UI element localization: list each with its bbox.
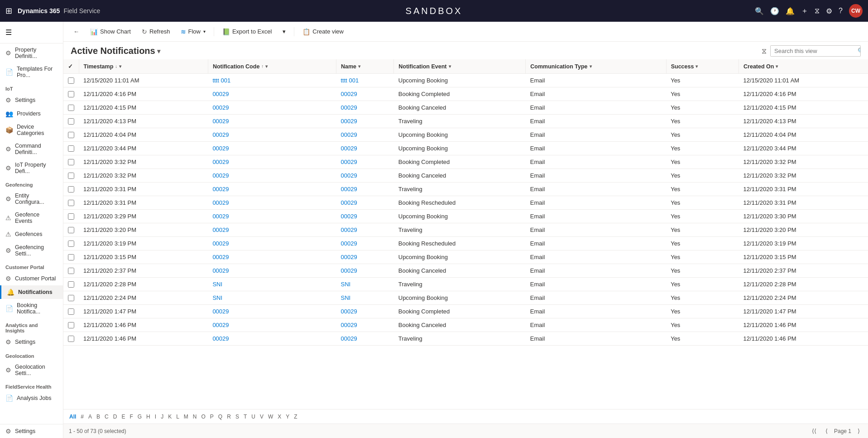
sidebar-item-notifications[interactable]: 🔔 Notifications xyxy=(0,285,63,299)
notification-code-link[interactable]: 00029 xyxy=(212,131,229,138)
notification-code-link[interactable]: 00029 xyxy=(212,91,229,97)
row-checkbox[interactable] xyxy=(68,118,74,125)
created-on-filter-icon[interactable]: ▾ xyxy=(776,64,778,69)
notification-code-filter-icon[interactable]: ▾ xyxy=(265,64,268,69)
alpha-char[interactable]: V xyxy=(258,409,266,424)
alpha-char[interactable]: D xyxy=(111,409,120,424)
notification-code-link[interactable]: 00029 xyxy=(212,226,229,233)
alpha-char[interactable]: G xyxy=(135,409,144,424)
topbar-search-icon[interactable]: 🔍 xyxy=(755,7,764,15)
notification-event-filter-icon[interactable]: ▾ xyxy=(449,64,451,69)
row-checkbox[interactable] xyxy=(68,159,74,165)
alpha-char[interactable]: All xyxy=(67,409,78,424)
user-avatar[interactable]: CW xyxy=(849,4,863,18)
topbar-help-icon[interactable]: ? xyxy=(839,7,843,15)
view-title-chevron-icon[interactable]: ▾ xyxy=(157,48,160,55)
notification-code-link[interactable]: 00029 xyxy=(212,104,229,111)
topbar-filter-icon[interactable]: ⧖ xyxy=(815,7,820,15)
sidebar-item[interactable]: ⚙ Property Definiti... xyxy=(0,43,63,63)
name-link[interactable]: tttt 001 xyxy=(340,77,359,84)
notification-code-link[interactable]: 00029 xyxy=(212,335,229,342)
alpha-char[interactable]: X xyxy=(275,409,283,424)
sidebar-item-geofencing-settings[interactable]: ⚙ Geofencing Setti... xyxy=(0,241,63,260)
notification-code-link[interactable]: 00029 xyxy=(212,213,229,220)
name-link[interactable]: 00029 xyxy=(340,131,357,138)
row-checkbox[interactable] xyxy=(68,77,74,84)
row-checkbox[interactable] xyxy=(68,322,74,328)
notification-code-link[interactable]: 00029 xyxy=(212,186,229,193)
alpha-char[interactable]: A xyxy=(86,409,94,424)
success-column[interactable]: Success ▾ xyxy=(666,59,739,74)
communication-type-filter-icon[interactable]: ▾ xyxy=(590,64,592,69)
table-container[interactable]: ✓ Timestamp ↓ ▾ Notifica xyxy=(63,59,868,409)
communication-type-column[interactable]: Communication Type ▾ xyxy=(526,59,666,74)
alpha-char[interactable]: # xyxy=(78,409,86,424)
name-link[interactable]: 00029 xyxy=(340,199,357,206)
row-checkbox[interactable] xyxy=(68,336,74,342)
alpha-char[interactable]: K xyxy=(166,409,174,424)
row-checkbox[interactable] xyxy=(68,132,74,138)
alpha-char[interactable]: Z xyxy=(292,409,299,424)
name-link[interactable]: 00029 xyxy=(340,240,357,247)
notification-code-link[interactable]: 00029 xyxy=(212,267,229,274)
timestamp-column[interactable]: Timestamp ↓ ▾ xyxy=(79,59,208,74)
row-checkbox[interactable] xyxy=(68,295,74,301)
sidebar-item-providers[interactable]: 👥 Providers xyxy=(0,107,63,120)
next-page-button[interactable]: ⟩ xyxy=(855,427,863,435)
alpha-char[interactable]: N xyxy=(191,409,199,424)
notification-code-link[interactable]: 00029 xyxy=(212,308,229,315)
sidebar-item-customer-portal[interactable]: ⚙ Customer Portal xyxy=(0,272,63,285)
notification-code-link[interactable]: 00029 xyxy=(212,159,229,165)
name-link[interactable]: 00029 xyxy=(340,186,357,193)
notification-code-link[interactable]: 00029 xyxy=(212,118,229,125)
row-checkbox[interactable] xyxy=(68,241,74,247)
name-link[interactable]: 00029 xyxy=(340,226,357,233)
alpha-char[interactable]: E xyxy=(119,409,127,424)
success-filter-icon[interactable]: ▾ xyxy=(695,64,698,69)
first-page-button[interactable]: ⟨⟨ xyxy=(809,427,819,435)
name-filter-icon[interactable]: ▾ xyxy=(358,64,360,69)
row-checkbox[interactable] xyxy=(68,308,74,315)
sidebar-item-booking-notifications[interactable]: 📄 Booking Notifica... xyxy=(0,299,63,318)
refresh-button[interactable]: ↻ Refresh xyxy=(137,26,175,38)
alpha-char[interactable]: T xyxy=(241,409,249,424)
name-link[interactable]: 00029 xyxy=(340,213,357,220)
sidebar-item[interactable]: 📄 Templates For Pro... xyxy=(0,63,63,82)
notification-code-link[interactable]: 00029 xyxy=(212,199,229,206)
row-checkbox[interactable] xyxy=(68,200,74,206)
notification-code-link[interactable]: SNI xyxy=(212,294,222,301)
sidebar-hamburger[interactable]: ☰ xyxy=(0,22,63,43)
search-input[interactable] xyxy=(771,46,854,56)
timestamp-filter-icon[interactable]: ▾ xyxy=(119,64,121,69)
alpha-char[interactable]: P xyxy=(208,409,216,424)
search-button[interactable]: 🔍 xyxy=(854,46,861,56)
sidebar-item-iot-property[interactable]: ⚙ IoT Property Defi... xyxy=(0,159,63,178)
alpha-char[interactable]: U xyxy=(249,409,258,424)
notification-event-column[interactable]: Notification Event ▾ xyxy=(394,59,526,74)
name-link[interactable]: SNI xyxy=(340,281,350,288)
topbar-recent-icon[interactable]: 🕐 xyxy=(770,7,779,15)
notification-code-link[interactable]: 00029 xyxy=(212,145,229,152)
name-link[interactable]: 00029 xyxy=(340,267,357,274)
flow-button[interactable]: ≋ Flow ▾ xyxy=(176,26,210,38)
export-excel-button[interactable]: 📗 Export to Excel xyxy=(218,26,276,38)
notification-code-link[interactable]: 00029 xyxy=(212,254,229,260)
row-checkbox[interactable] xyxy=(68,227,74,233)
row-checkbox[interactable] xyxy=(68,213,74,220)
row-checkbox[interactable] xyxy=(68,268,74,274)
notification-code-link[interactable]: 00029 xyxy=(212,172,229,179)
export-dropdown-button[interactable]: ▾ xyxy=(278,26,290,37)
name-link[interactable]: 00029 xyxy=(340,322,357,328)
sidebar-item-bottom-settings[interactable]: ⚙ Settings xyxy=(0,424,63,438)
select-all-column[interactable]: ✓ xyxy=(63,59,79,74)
prev-page-button[interactable]: ⟨ xyxy=(823,427,830,435)
sidebar-item-geofences[interactable]: ⚠ Geofences xyxy=(0,227,63,241)
grid-filter-icon[interactable]: ⧖ xyxy=(762,47,767,55)
apps-icon[interactable]: ⊞ xyxy=(5,6,12,16)
alpha-char[interactable]: M xyxy=(182,409,191,424)
topbar-notifications-icon[interactable]: 🔔 xyxy=(786,7,795,15)
alpha-char[interactable]: Q xyxy=(216,409,225,424)
name-column[interactable]: Name ▾ xyxy=(336,59,393,74)
sidebar-item-command-def[interactable]: ⚙ Command Definiti... xyxy=(0,140,63,159)
name-link[interactable]: 00029 xyxy=(340,335,357,342)
